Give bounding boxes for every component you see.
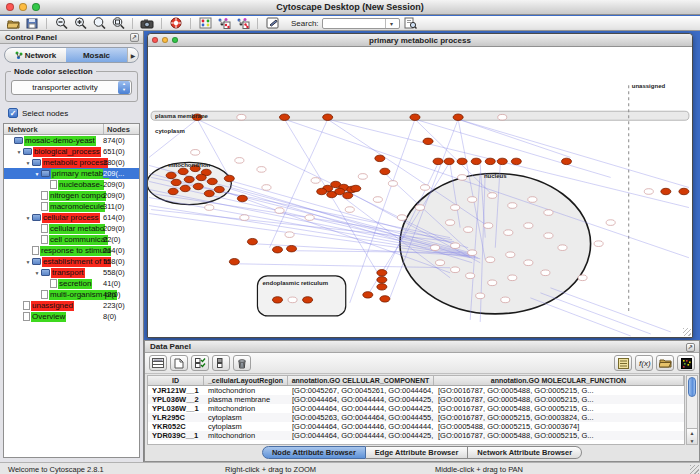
- tree-item-mosaic-demo-yeast[interactable]: ▼mosaic-demo-yeast874(0): [4, 135, 139, 146]
- tab-network[interactable]: Network: [5, 48, 66, 62]
- network-node[interactable]: [415, 205, 424, 211]
- network-node[interactable]: [471, 158, 481, 164]
- network-node[interactable]: [446, 220, 455, 226]
- search-input[interactable]: [323, 19, 385, 28]
- table-row[interactable]: YPL036W__2plasma membrane[GO:0044464, GO…: [148, 395, 684, 404]
- network-node[interactable]: [388, 181, 397, 187]
- network-node[interactable]: [317, 188, 327, 194]
- column-header-id[interactable]: ID: [148, 376, 204, 385]
- network-node[interactable]: [375, 155, 385, 161]
- network-node[interactable]: [207, 178, 217, 184]
- network-node[interactable]: [377, 277, 387, 283]
- table-cell[interactable]: [GO:0044464, GO:0044444, GO:0044425, G..…: [288, 431, 434, 440]
- tree-item-transport[interactable]: ▼transport558(0): [4, 267, 139, 278]
- table-row[interactable]: YDR039C__1mitochondrion[GO:0044464, GO:0…: [148, 431, 684, 440]
- network-node[interactable]: [468, 250, 477, 256]
- column-header-annotation-go-cellular-component[interactable]: annotation.GO CELLULAR_COMPONENT: [288, 376, 434, 385]
- network-node[interactable]: [363, 292, 373, 298]
- network-node[interactable]: [488, 193, 497, 199]
- network-node[interactable]: [380, 296, 390, 302]
- network-node[interactable]: [237, 114, 246, 120]
- tree-item-nucleobase[interactable]: ▼nucleobase-209(0): [4, 179, 139, 190]
- network-node[interactable]: [305, 215, 314, 221]
- network-node[interactable]: [544, 233, 553, 239]
- network-window-titlebar[interactable]: primary metabolic process: [148, 34, 692, 47]
- tree-item-cellular-metabo[interactable]: ▼cellular metabo209(0): [4, 223, 139, 234]
- layout-button[interactable]: [197, 17, 213, 30]
- network-node[interactable]: [508, 203, 517, 209]
- snapshot-camera-button[interactable]: [139, 17, 155, 30]
- network-node[interactable]: [453, 114, 463, 120]
- network-node[interactable]: [451, 205, 460, 211]
- network-node[interactable]: [373, 197, 382, 203]
- tree-item-establishment-of-lo[interactable]: ▼establishment of lo558(0): [4, 256, 139, 267]
- network-node[interactable]: [275, 208, 284, 214]
- network-node[interactable]: [431, 245, 440, 251]
- network-node[interactable]: [168, 188, 178, 194]
- network-node[interactable]: [504, 230, 513, 236]
- network-node[interactable]: [240, 215, 249, 221]
- network-node[interactable]: [524, 223, 533, 229]
- save-session-button[interactable]: [24, 17, 40, 30]
- table-cell[interactable]: YPL036W__2: [148, 395, 204, 404]
- tree-item-secretion[interactable]: ▼secretion41(0): [4, 278, 139, 289]
- network-node[interactable]: [436, 260, 445, 266]
- network-node[interactable]: [606, 220, 615, 226]
- network-node[interactable]: [497, 158, 507, 164]
- network-node[interactable]: [594, 241, 603, 247]
- search-dropdown-arrow[interactable]: ▾: [385, 19, 398, 28]
- tab-mosaic[interactable]: Mosaic: [66, 48, 127, 62]
- table-row[interactable]: YKR052Ccytoplasm[GO:0044464, GO:0044446,…: [148, 422, 684, 431]
- select-all-attributes-button[interactable]: [191, 355, 209, 371]
- tree-item-primary-metabo[interactable]: ▼primary metabo209(...: [4, 168, 139, 179]
- network-view-window[interactable]: primary metabolic process plasma membran…: [147, 33, 693, 338]
- network-node[interactable]: [444, 158, 454, 164]
- float-panel-icon[interactable]: ↗: [130, 33, 139, 42]
- table-cell[interactable]: mitochondrion: [204, 431, 288, 440]
- network-node[interactable]: [508, 275, 517, 281]
- network-node[interactable]: [285, 232, 294, 238]
- network-node[interactable]: [410, 114, 420, 120]
- table-row[interactable]: YPL036W__1mitochondrion[GO:0044464, GO:0…: [148, 404, 684, 413]
- network-node[interactable]: [397, 215, 406, 221]
- network-node[interactable]: [380, 168, 390, 174]
- network-node[interactable]: [423, 138, 433, 144]
- network-node[interactable]: [229, 259, 239, 265]
- tab-network-attribute-browser[interactable]: Network Attribute Browser: [468, 446, 582, 459]
- network-node[interactable]: [511, 158, 521, 164]
- view-resize-grip[interactable]: [683, 328, 691, 336]
- zoom-out-button[interactable]: [53, 17, 69, 30]
- network-node[interactable]: [544, 210, 553, 216]
- network-node[interactable]: [287, 245, 297, 251]
- network-node[interactable]: [257, 167, 266, 173]
- visual-style-button[interactable]: [216, 17, 232, 30]
- network-node[interactable]: [272, 246, 282, 252]
- expander-icon[interactable]: ▼: [24, 259, 32, 265]
- import-attributes-button[interactable]: [656, 355, 674, 371]
- table-cell[interactable]: plasma membrane: [204, 395, 288, 404]
- expander-icon[interactable]: ▼: [33, 171, 41, 177]
- select-nodes-checkbox[interactable]: ✓ Select nodes: [8, 108, 143, 118]
- create-attribute-button[interactable]: [170, 355, 188, 371]
- expander-icon[interactable]: ▼: [24, 215, 32, 221]
- network-node[interactable]: [171, 179, 181, 185]
- attribute-editor-button[interactable]: [614, 355, 632, 371]
- tab-node-attribute-browser[interactable]: Node Attribute Browser: [262, 446, 366, 459]
- network-node[interactable]: [351, 185, 361, 191]
- table-row[interactable]: YJR121W__1mitochondrion[GO:0045267, GO:0…: [148, 386, 684, 395]
- network-node[interactable]: [578, 275, 587, 281]
- network-node[interactable]: [377, 270, 387, 276]
- network-node[interactable]: [486, 257, 495, 263]
- network-node[interactable]: [558, 245, 567, 251]
- network-node[interactable]: [458, 175, 467, 181]
- visual-style-alt-button[interactable]: [235, 17, 251, 30]
- network-column-header[interactable]: Network: [4, 124, 103, 134]
- network-node[interactable]: [224, 175, 234, 181]
- network-node[interactable]: [484, 223, 493, 229]
- network-node[interactable]: [343, 192, 353, 198]
- network-node[interactable]: [466, 273, 475, 279]
- network-node[interactable]: [323, 114, 333, 120]
- network-canvas[interactable]: plasma membranecytoplasmmitochondrionnuc…: [148, 47, 692, 337]
- table-cell[interactable]: YJR121W__1: [148, 386, 204, 395]
- network-node[interactable]: [661, 188, 671, 194]
